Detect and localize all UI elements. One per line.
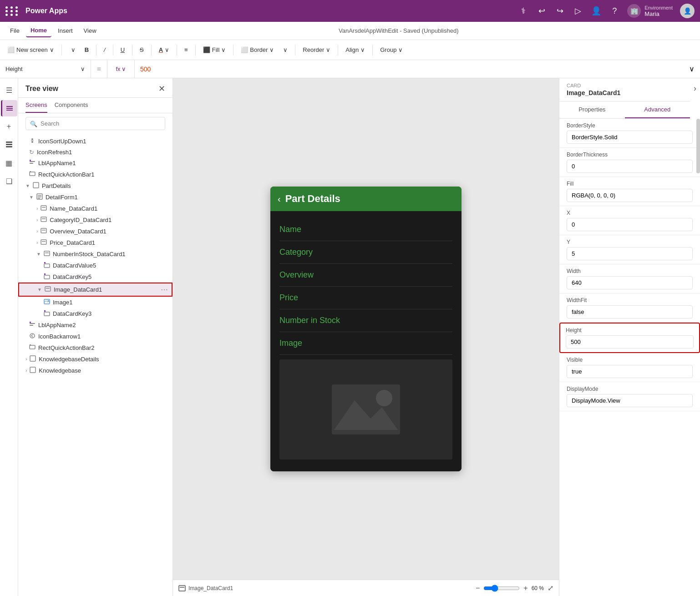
svg-rect-50 (179, 586, 185, 591)
tree-item-PartDetails[interactable]: ▼ PartDetails (18, 180, 172, 192)
svg-rect-3 (6, 141, 12, 143)
fill-icon: ⬛ (203, 46, 210, 53)
more-button[interactable]: ∨ (279, 45, 291, 55)
phone-field-category: Category (279, 241, 452, 264)
underline-button[interactable]: U (117, 45, 128, 55)
redo-icon[interactable]: ↪ (553, 4, 567, 18)
formula-fx-button[interactable]: fx ∨ (107, 60, 135, 78)
tree-item-RectQuickActionBar1[interactable]: RectQuickActionBar1 (18, 169, 172, 180)
formula-expand-icon[interactable]: ∨ (684, 65, 700, 73)
app-menu-icon[interactable] (5, 6, 19, 16)
formula-value[interactable]: 500 (135, 66, 684, 73)
tree-item-Image_DataCard1[interactable]: ▼ Image_DataCard1 ⋯ (18, 283, 172, 297)
tree-item-KnowledgebaseDetails[interactable]: › KnowledgebaseDetails (18, 354, 172, 365)
prop-input-Y[interactable] (567, 247, 693, 260)
tree-label-LblAppName1: LblAppName1 (38, 160, 169, 167)
environment-icon: 🏢 (627, 4, 641, 18)
more-options-icon[interactable]: ⋯ (161, 285, 168, 294)
prop-input-Visible[interactable] (567, 365, 693, 378)
tree-item-IconBackarrow1[interactable]: IconBackarrow1 (18, 331, 172, 342)
formula-equals: = (91, 60, 107, 78)
tree-item-DataCardValue5[interactable]: DataCardValue5 (18, 260, 172, 271)
tab-screens[interactable]: Screens (25, 101, 47, 113)
tree-item-DataCardKey3[interactable]: DataCardKey3 (18, 308, 172, 319)
zoom-minus-button[interactable]: − (476, 584, 480, 592)
help-icon[interactable]: ? (607, 4, 622, 18)
prop-input-Height[interactable] (566, 335, 694, 349)
bold-button[interactable]: B (81, 45, 92, 55)
tree-item-Knowledgebase[interactable]: › Knowledgebase (18, 365, 172, 376)
tree-item-DataCardKey5[interactable]: DataCardKey5 (18, 271, 172, 283)
tree-item-LblAppName2[interactable]: LblAppName2 (18, 319, 172, 331)
right-panel-expand-icon[interactable]: › (690, 78, 700, 99)
menu-insert[interactable]: Insert (53, 25, 77, 37)
card-icon-name (41, 205, 47, 212)
zoom-slider[interactable] (483, 585, 520, 592)
search-input[interactable] (25, 117, 165, 130)
undo-icon[interactable]: ↩ (534, 4, 549, 18)
tree-item-NumberInStock_DataCard1[interactable]: ▼ NumberInStock_DataCard1 (18, 248, 172, 260)
reorder-button[interactable]: Reorder ∨ (299, 45, 334, 55)
menu-home[interactable]: Home (26, 24, 51, 37)
zoom-plus-button[interactable]: + (523, 584, 528, 592)
prop-input-BorderThickness[interactable] (567, 160, 693, 173)
tab-components[interactable]: Components (55, 101, 88, 113)
tree-item-IconRefresh1[interactable]: ↻ IconRefresh1 (18, 147, 172, 157)
media-icon[interactable]: ▦ (1, 155, 17, 171)
menu-view[interactable]: View (79, 25, 101, 37)
italic-button[interactable]: / (100, 45, 109, 55)
border-button[interactable]: ⬜ Border ∨ (237, 45, 278, 55)
new-screen-button[interactable]: ⬜ New screen ∨ (4, 45, 58, 55)
layers-icon[interactable] (1, 100, 17, 116)
tree-item-LblAppName1[interactable]: LblAppName1 (18, 157, 172, 169)
user-avatar[interactable]: 👤 (680, 4, 695, 18)
tree-item-CategoryID_DataCard1[interactable]: › CategoryID_DataCard1 (18, 214, 172, 226)
tree-item-IconSortUpDown1[interactable]: IconSortUpDown1 (18, 136, 172, 147)
play-icon[interactable]: ▷ (571, 4, 585, 18)
align-button[interactable]: ≡ (181, 45, 192, 55)
prop-input-Width[interactable] (567, 276, 693, 289)
svg-point-7 (31, 141, 33, 143)
prop-input-X[interactable] (567, 218, 693, 231)
tree-item-DetailForm1[interactable]: ▼ DetailForm1 (18, 192, 172, 203)
tab-properties[interactable]: Properties (559, 101, 625, 118)
tree-item-Image1[interactable]: Image1 (18, 297, 172, 308)
tree-close-button[interactable]: ✕ (158, 84, 165, 94)
phone-icon[interactable]: ⚕ (516, 4, 531, 18)
svg-rect-32 (44, 275, 50, 279)
tree-item-RectQuickActionBar2[interactable]: RectQuickActionBar2 (18, 342, 172, 354)
screen-icon: ⬜ (7, 46, 15, 53)
fill-label: Fill (212, 46, 220, 53)
rect-icon-2 (29, 344, 36, 352)
prop-input-DisplayMode[interactable] (567, 394, 693, 407)
hamburger-icon[interactable]: ☰ (1, 82, 17, 98)
plus-icon[interactable]: + (1, 118, 17, 135)
align-items-button[interactable]: Align ∨ (342, 45, 369, 55)
tree-item-Price_DataCard1[interactable]: › Price_DataCard1 (18, 237, 172, 248)
group-button[interactable]: Group ∨ (376, 45, 406, 55)
phone-back-button[interactable]: ‹ (278, 194, 281, 204)
user-plus-icon[interactable]: 👤 (589, 4, 604, 18)
data-icon[interactable] (1, 136, 17, 153)
tab-advanced[interactable]: Advanced (625, 101, 690, 118)
tree-label-DataCardValue5: DataCardValue5 (53, 262, 169, 269)
prop-input-BorderStyle[interactable] (567, 131, 693, 144)
tree-item-Overview_DataCard1[interactable]: › Overview_DataCard1 (18, 226, 172, 237)
property-selector[interactable]: Height ∨ (0, 60, 91, 78)
right-panel-content: BorderStyle BorderThickness Fill X Y Wid (559, 119, 700, 596)
text-color-button[interactable]: A ∨ (155, 45, 173, 55)
label-icon-2 (29, 321, 36, 329)
prop-input-Fill[interactable] (567, 189, 693, 202)
toolbar-separator-9 (295, 45, 295, 56)
reorder-dropdown-icon: ∨ (326, 46, 330, 53)
expand-canvas-button[interactable]: ⤢ (548, 584, 553, 592)
components-icon[interactable]: ❑ (1, 173, 17, 189)
tree-item-Name_DataCard1[interactable]: › Name_DataCard1 (18, 203, 172, 214)
fill-button[interactable]: ⬛ Fill ∨ (199, 45, 230, 55)
menu-file[interactable]: File (5, 25, 24, 37)
right-panel-scrollbar[interactable] (696, 119, 700, 173)
prop-input-WidthFit[interactable] (567, 305, 693, 318)
font-selector[interactable]: ∨ (66, 45, 79, 55)
strikethrough-button[interactable]: S (136, 45, 147, 55)
svg-rect-11 (30, 160, 31, 161)
